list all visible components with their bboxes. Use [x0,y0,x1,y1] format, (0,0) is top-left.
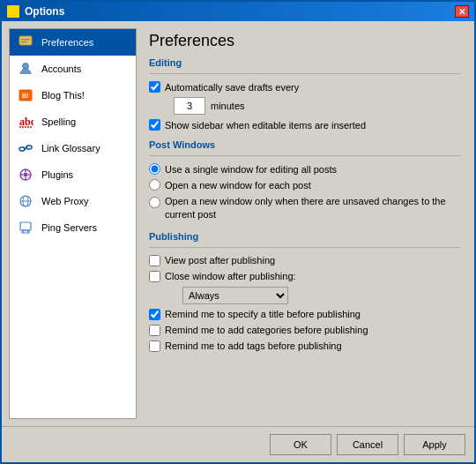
unsaved-window-label[interactable]: Open a new window only when there are un… [165,195,460,222]
postwindows-divider [149,155,460,156]
webproxy-icon [17,192,34,210]
sidebar-item-spelling[interactable]: abc Spelling [10,109,136,135]
options-window: Options ✕ Preferences [0,0,476,464]
remind-title-row: Remind me to specify a title before publ… [149,309,460,320]
new-window-label[interactable]: Open a new window for each post [165,180,311,191]
auto-save-checkbox[interactable] [149,81,160,93]
remind-title-checkbox[interactable] [149,309,160,320]
unsaved-window-radio[interactable] [149,197,160,208]
remind-categories-checkbox[interactable] [149,325,160,336]
sidebar-label-linkglossary: Link Glossary [41,143,100,153]
always-dropdown[interactable]: Always Never Ask [182,287,288,304]
apply-button[interactable]: Apply [404,434,465,455]
auto-save-label[interactable]: Automatically save drafts every [165,82,299,93]
sidebar-item-preferences[interactable]: Preferences [10,29,136,56]
remind-tags-row: Remind me to add tags before publishing [149,341,460,352]
sidebar-item-plugins[interactable]: Plugins [10,161,136,188]
sidebar-label-pingservers: Ping Servers [41,222,97,233]
remind-title-label[interactable]: Remind me to specify a title before publ… [165,309,361,319]
ok-button[interactable]: OK [270,434,331,455]
sidebar-item-blogthis[interactable]: B! Blog This! [10,82,136,109]
auto-save-row: Automatically save drafts every [149,81,460,93]
sidebar-label-accounts: Accounts [41,64,81,74]
show-sidebar-label[interactable]: Show sidebar when editable items are ins… [165,120,366,131]
sidebar-item-pingservers[interactable]: Ping Servers [10,214,136,241]
publishing-divider [149,247,460,248]
svg-rect-19 [20,222,31,230]
single-window-label[interactable]: Use a single window for editing all post… [165,164,337,175]
sidebar-label-webproxy: Web Proxy [41,196,89,206]
remind-categories-row: Remind me to add categories before publi… [149,325,460,336]
plugins-icon [17,166,34,183]
svg-text:abc: abc [19,116,33,128]
sidebar: Preferences Accounts B! B [9,28,137,419]
svg-rect-1 [21,39,30,41]
pingservers-icon [17,219,34,236]
main-panel: Preferences Editing Automatically save d… [142,28,467,419]
accounts-icon [17,60,34,78]
sidebar-label-spelling: Spelling [41,116,76,127]
sidebar-item-webproxy[interactable]: Web Proxy [10,188,136,214]
sidebar-item-linkglossary[interactable]: Link Glossary [10,135,136,161]
svg-point-11 [24,173,28,177]
sidebar-item-accounts[interactable]: Accounts [10,56,136,82]
blogthis-icon: B! [17,86,34,104]
sidebar-label-plugins: Plugins [41,169,73,180]
unsaved-window-row: Open a new window only when there are un… [149,195,460,222]
panel-title: Preferences [149,32,460,50]
single-window-radio[interactable] [149,163,160,175]
window-title: Options [25,5,64,18]
svg-text:B!: B! [22,93,28,99]
cancel-button[interactable]: Cancel [337,434,398,455]
view-post-row: View post after publishing [149,255,460,266]
preferences-icon [17,34,34,51]
close-button[interactable]: ✕ [455,5,469,18]
new-window-radio[interactable] [149,179,160,191]
single-window-row: Use a single window for editing all post… [149,163,460,175]
svg-rect-0 [19,36,32,45]
title-bar: Options ✕ [2,2,474,21]
editing-divider [149,73,460,74]
window-icon [7,5,19,18]
new-window-row: Open a new window for each post [149,179,460,191]
close-window-label[interactable]: Close window after publishing: [165,271,296,281]
view-post-label[interactable]: View post after publishing [165,255,275,266]
linkglossary-icon [17,139,34,157]
show-sidebar-checkbox[interactable] [149,119,160,131]
svg-point-3 [23,64,29,70]
editing-section-label: Editing [149,57,460,68]
remind-tags-label[interactable]: Remind me to add tags before publishing [165,341,342,351]
footer: OK Cancel Apply [2,426,474,462]
remind-tags-checkbox[interactable] [149,341,160,352]
close-window-row: Close window after publishing: [149,271,460,282]
close-window-checkbox[interactable] [149,271,160,282]
minutes-label: minutes [211,101,245,111]
sidebar-label-preferences: Preferences [41,37,93,48]
minutes-row: minutes [149,97,460,115]
svg-rect-2 [21,41,27,43]
minutes-input[interactable] [174,97,205,115]
sidebar-label-blogthis: Blog This! [41,90,85,101]
publishing-section-label: Publishing [149,231,460,242]
show-sidebar-row: Show sidebar when editable items are ins… [149,119,460,131]
spelling-icon: abc [17,113,34,131]
remind-categories-label[interactable]: Remind me to add categories before publi… [165,325,368,335]
content-area: Preferences Accounts B! B [2,21,474,426]
view-post-checkbox[interactable] [149,255,160,266]
postwindows-section-label: Post Windows [149,139,460,150]
always-dropdown-row: Always Never Ask [149,287,460,304]
